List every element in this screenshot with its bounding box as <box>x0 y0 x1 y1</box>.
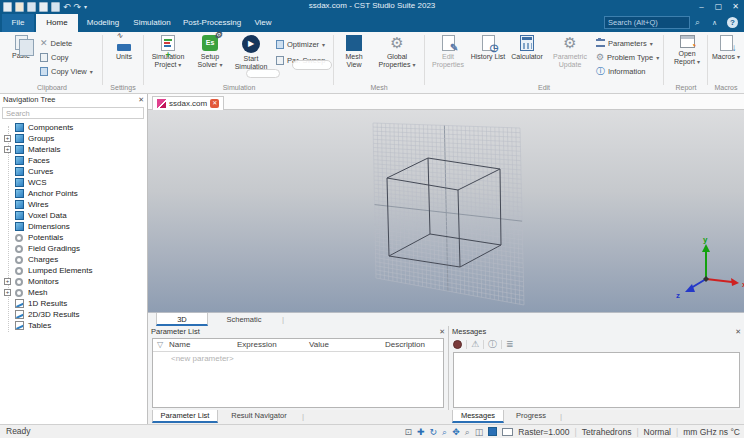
close-button[interactable]: ✕ <box>727 0 744 13</box>
copy-view-button[interactable]: Copy View ▾ <box>40 65 93 77</box>
3d-viewport[interactable]: yxz <box>148 110 744 312</box>
tree-item-wcs[interactable]: WCS <box>0 177 148 188</box>
start-simulation-icon: ▶ <box>242 35 260 53</box>
select-tool-icon[interactable]: ⊡ <box>404 426 412 438</box>
par-sweep-icon <box>276 56 284 65</box>
open-report-button[interactable]: ◔ Open Report ▾ <box>667 34 707 84</box>
minimize-button[interactable]: – <box>693 0 710 13</box>
copy-view-icon <box>40 67 48 76</box>
tree-item-mesh[interactable]: +Mesh <box>0 287 148 298</box>
tree-item-anchor-points[interactable]: Anchor Points <box>0 188 148 199</box>
tree-item-groups[interactable]: +Groups <box>0 133 148 144</box>
tab-home[interactable]: Home <box>36 14 78 32</box>
chevron-down-icon: ▾ <box>219 62 222 68</box>
search-input[interactable] <box>604 16 690 29</box>
expand-icon[interactable]: + <box>4 289 11 296</box>
copy-button[interactable]: Copy <box>40 51 69 63</box>
info-filter-icon[interactable]: ⓘ <box>488 339 497 349</box>
macros-button[interactable]: ↓ Macros ▾ <box>711 34 741 84</box>
global-properties-button[interactable]: ⚙ Global Properties ▾ <box>373 34 421 84</box>
tree-item-curves[interactable]: Curves <box>0 166 148 177</box>
tab-modeling[interactable]: Modeling <box>80 14 126 32</box>
zoom-tool-icon[interactable]: ⌕ <box>442 426 447 438</box>
problem-type-button[interactable]: ⚙ Problem Type ▾ <box>596 51 659 63</box>
expand-icon[interactable]: + <box>4 278 11 285</box>
move-tool-icon[interactable]: ✚ <box>417 426 425 438</box>
tree-item-field-gradings[interactable]: Field Gradings <box>0 243 148 254</box>
warnings-filter-icon[interactable]: ⚠ <box>471 339 479 349</box>
history-list-button[interactable]: ◷ History List <box>470 34 506 84</box>
tab-3d[interactable]: 3D <box>156 313 208 326</box>
close-icon[interactable]: ✕ <box>735 326 741 338</box>
units-button[interactable]: ∿ Units <box>106 34 142 84</box>
tab-result-navigator[interactable]: Result Navigator <box>220 410 298 423</box>
chevron-down-icon: ▾ <box>322 41 325 48</box>
document-tab[interactable]: ssdax.com ✕ <box>152 96 224 110</box>
tree-item-components[interactable]: Components <box>0 122 148 133</box>
setup-solver-button[interactable]: Es⚙ Setup Solver ▾ <box>191 34 229 84</box>
screen-capture-icon[interactable] <box>502 428 513 436</box>
tab-progress[interactable]: Progress <box>506 410 556 423</box>
tab-file[interactable]: File <box>2 14 34 32</box>
collapse-ribbon-icon[interactable]: ∧ <box>712 16 717 29</box>
project-units[interactable]: mm GHz ns °C <box>683 427 740 437</box>
column-value[interactable]: Value <box>309 340 329 349</box>
rotate-tool-icon[interactable]: ↻ <box>430 426 438 438</box>
close-icon[interactable]: ✕ <box>138 94 144 106</box>
chevron-down-icon: ▾ <box>656 54 659 61</box>
group-separator <box>663 35 664 85</box>
close-icon[interactable]: ✕ <box>439 326 445 338</box>
optimizer-button[interactable]: Optimizer ▾ <box>276 38 325 50</box>
delete-button[interactable]: ✕ Delete <box>40 37 72 49</box>
tab-messages[interactable]: Messages <box>452 410 504 423</box>
tree-item-2d-3d-results[interactable]: 2D/3D Results <box>0 309 148 320</box>
tree-item-lumped-elements[interactable]: Lumped Elements <box>0 265 148 276</box>
3d-view-icon[interactable] <box>488 427 497 436</box>
tab-schematic[interactable]: Schematic <box>212 313 276 326</box>
errors-filter-icon[interactable] <box>453 340 462 349</box>
close-tab-icon[interactable]: ✕ <box>210 99 219 108</box>
tree-item-wires[interactable]: Wires <box>0 199 148 210</box>
tree-item-1d-results[interactable]: 1D Results <box>0 298 148 309</box>
information-button[interactable]: ⓘ Information <box>596 65 646 77</box>
new-parameter-row[interactable]: <new parameter> <box>171 354 234 363</box>
message-options-icon[interactable]: ≣ <box>506 339 514 349</box>
tab-simulation[interactable]: Simulation <box>128 14 176 32</box>
magnifier-icon[interactable]: ⌕ <box>465 426 470 438</box>
tab-post-processing[interactable]: Post-Processing <box>178 14 246 32</box>
parametric-update-button[interactable]: ⚙ Parametric Update <box>548 34 592 84</box>
parameters-button[interactable]: Parameters ▾ <box>596 37 653 49</box>
tree-item-materials[interactable]: +Materials <box>0 144 148 155</box>
expand-icon[interactable]: + <box>4 146 11 153</box>
mesh-type[interactable]: Tetrahedrons <box>582 427 632 437</box>
paste-button[interactable]: Paste <box>4 34 38 84</box>
tree-item-potentials[interactable]: Potentials <box>0 232 148 243</box>
simulation-project-button[interactable]: + Simulation Project ▾ <box>147 34 189 84</box>
mesh-view-button[interactable]: Mesh View <box>337 34 371 84</box>
tree-item-dimensions[interactable]: Dimensions <box>0 221 148 232</box>
search-icon[interactable]: ⌕ <box>695 16 700 29</box>
split-view-icon[interactable]: ◫ <box>475 426 484 438</box>
tree-item-tables[interactable]: Tables <box>0 320 148 331</box>
expand-icon[interactable]: + <box>4 135 11 142</box>
tab-view[interactable]: View <box>248 14 278 32</box>
tree-item-faces[interactable]: Faces <box>0 155 148 166</box>
calculator-button[interactable]: Calculator <box>508 34 546 84</box>
navigation-tree-panel: Navigation Tree ✕ Components +Groups +Ma… <box>0 94 148 424</box>
filter-icon[interactable]: ▽ <box>157 340 163 349</box>
maximize-button[interactable]: ▢ <box>710 0 727 13</box>
column-expression[interactable]: Expression <box>237 340 277 349</box>
help-icon[interactable]: ? <box>727 17 738 28</box>
edit-properties-button[interactable]: ✎ Edit Properties <box>428 34 468 84</box>
column-name[interactable]: Name <box>169 340 190 349</box>
tree-item-monitors[interactable]: +Monitors <box>0 276 148 287</box>
column-description[interactable]: Description <box>385 340 425 349</box>
tab-parameter-list[interactable]: Parameter List <box>152 410 218 423</box>
tree-item-voxel-data[interactable]: Voxel Data <box>0 210 148 221</box>
pan-tool-icon[interactable]: ✥ <box>452 426 460 438</box>
view-mode[interactable]: Normal <box>644 427 671 437</box>
group-label-macros: Macros <box>709 84 743 93</box>
tree-search-input[interactable] <box>2 107 144 119</box>
tree-item-charges[interactable]: Charges <box>0 254 148 265</box>
group-label-report: Report <box>665 84 707 93</box>
